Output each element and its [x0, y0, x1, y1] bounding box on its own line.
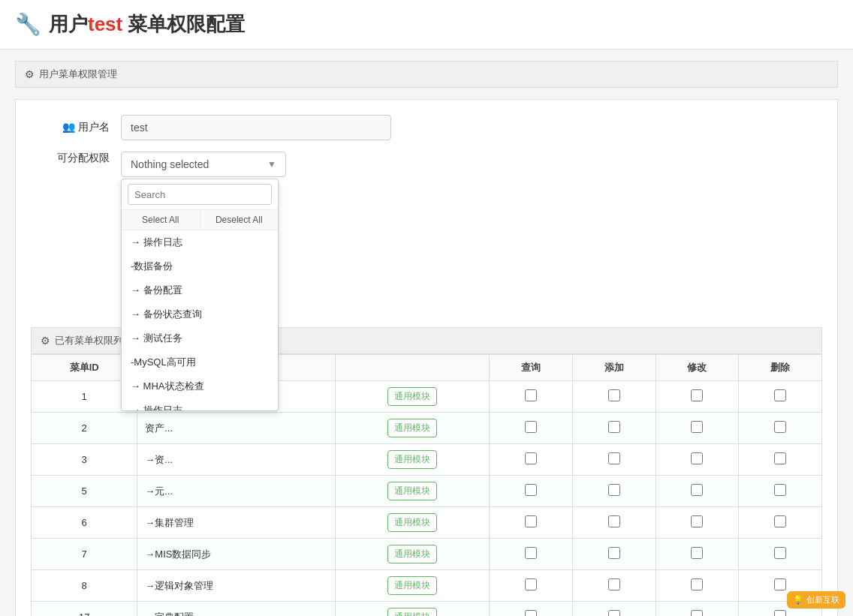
- cell-id: 6: [32, 507, 137, 539]
- cell-add: [572, 476, 656, 507]
- query-checkbox[interactable]: [525, 610, 537, 616]
- dropdown-item[interactable]: → 备份配置: [122, 278, 278, 302]
- module-button[interactable]: 通用模块: [387, 576, 437, 595]
- edit-checkbox[interactable]: [691, 610, 703, 616]
- dropdown-search-input[interactable]: [128, 184, 272, 205]
- del-checkbox[interactable]: [774, 610, 786, 616]
- cell-name: →字典配置: [137, 602, 336, 617]
- add-checkbox[interactable]: [608, 389, 620, 401]
- logo-icon: 💡: [793, 595, 803, 605]
- gear-icon: ⚙: [25, 68, 35, 80]
- dropdown-search-area: [122, 179, 278, 210]
- cell-id: 5: [32, 476, 137, 507]
- del-checkbox[interactable]: [774, 452, 786, 464]
- del-checkbox[interactable]: [774, 484, 786, 496]
- cell-add: [572, 570, 656, 602]
- table-row: 8 →逻辑对象管理 通用模块: [32, 570, 822, 602]
- username-input[interactable]: [121, 115, 391, 140]
- cell-query: [490, 476, 573, 507]
- table-gear-icon: ⚙: [41, 335, 50, 347]
- select-all-button[interactable]: Select All: [122, 210, 200, 230]
- col-del: 删除: [739, 355, 822, 381]
- dropdown-items-list: → 操作日志 -数据备份 → 备份配置 → 备份状态查询 → 测试任务 -MyS…: [122, 230, 278, 410]
- table-row: 2 资产... 通用模块: [32, 413, 822, 444]
- module-button[interactable]: 通用模块: [387, 513, 437, 532]
- cell-module: 通用模块: [336, 507, 490, 539]
- section-label: 用户菜单权限管理: [39, 68, 117, 81]
- cell-edit: [656, 507, 739, 539]
- col-edit: 修改: [656, 355, 739, 381]
- module-button[interactable]: 通用模块: [387, 608, 437, 616]
- permission-label: 可分配权限: [31, 152, 121, 165]
- cell-name: →逻辑对象管理: [137, 570, 336, 602]
- dropdown-item[interactable]: -MySQL高可用: [122, 350, 278, 374]
- cell-edit: [656, 476, 739, 507]
- module-button[interactable]: 通用模块: [387, 545, 437, 563]
- cell-add: [572, 444, 656, 476]
- add-checkbox[interactable]: [608, 421, 620, 433]
- edit-checkbox[interactable]: [691, 547, 703, 559]
- edit-checkbox[interactable]: [691, 515, 703, 527]
- query-checkbox[interactable]: [525, 389, 537, 401]
- query-checkbox[interactable]: [525, 421, 537, 433]
- table-row: 5 →元... 通用模块: [32, 476, 822, 507]
- del-checkbox[interactable]: [774, 389, 786, 401]
- add-checkbox[interactable]: [608, 547, 620, 559]
- cell-module: 通用模块: [336, 539, 490, 570]
- cell-query: [490, 539, 573, 570]
- module-button[interactable]: 通用模块: [387, 482, 437, 500]
- page-title: 用户test 菜单权限配置: [49, 11, 245, 38]
- query-checkbox[interactable]: [525, 515, 537, 527]
- cell-add: [572, 539, 656, 570]
- col-query: 查询: [490, 355, 573, 381]
- del-checkbox[interactable]: [774, 578, 786, 590]
- cell-module: 通用模块: [336, 476, 490, 507]
- add-checkbox[interactable]: [608, 610, 620, 616]
- query-checkbox[interactable]: [525, 452, 537, 464]
- cell-edit: [656, 539, 739, 570]
- del-checkbox[interactable]: [774, 421, 786, 433]
- cell-id: 3: [32, 444, 137, 476]
- module-button[interactable]: 通用模块: [387, 450, 437, 469]
- cell-name: →MIS数据同步: [137, 539, 336, 570]
- cell-name: →资...: [137, 444, 336, 476]
- edit-checkbox[interactable]: [691, 421, 703, 433]
- edit-checkbox[interactable]: [691, 578, 703, 590]
- add-checkbox[interactable]: [608, 515, 620, 527]
- dropdown-item[interactable]: → 测试任务: [122, 326, 278, 350]
- cell-id: 8: [32, 570, 137, 602]
- username-row: 👥 用户名: [31, 115, 822, 140]
- main-content: ⚙ 用户菜单权限管理 👥 用户名 可分配权限 Nothing selected …: [0, 50, 853, 616]
- del-checkbox[interactable]: [774, 515, 786, 527]
- permission-dropdown[interactable]: Nothing selected ▼: [121, 152, 286, 177]
- permission-row: 可分配权限 Nothing selected ▼ Select All Dese…: [31, 152, 822, 177]
- module-button[interactable]: 通用模块: [387, 419, 437, 437]
- edit-checkbox[interactable]: [691, 452, 703, 464]
- edit-checkbox[interactable]: [691, 484, 703, 496]
- cell-edit: [656, 381, 739, 413]
- cell-edit: [656, 570, 739, 602]
- add-checkbox[interactable]: [608, 578, 620, 590]
- dropdown-item[interactable]: → 操作日志: [122, 230, 278, 254]
- query-checkbox[interactable]: [525, 484, 537, 496]
- edit-checkbox[interactable]: [691, 389, 703, 401]
- dropdown-container: Nothing selected ▼ Select All Deselect A…: [121, 152, 286, 177]
- module-button[interactable]: 通用模块: [387, 387, 437, 406]
- add-checkbox[interactable]: [608, 484, 620, 496]
- section-header: ⚙ 用户菜单权限管理: [15, 61, 838, 88]
- dropdown-item[interactable]: → MHA状态检查: [122, 374, 278, 398]
- query-checkbox[interactable]: [525, 578, 537, 590]
- add-checkbox[interactable]: [608, 452, 620, 464]
- cell-edit: [656, 413, 739, 444]
- cell-add: [572, 507, 656, 539]
- table-row: 6 →集群管理 通用模块: [32, 507, 822, 539]
- query-checkbox[interactable]: [525, 547, 537, 559]
- del-checkbox[interactable]: [774, 547, 786, 559]
- dropdown-item[interactable]: → 操作日志: [122, 398, 278, 410]
- cell-id: 7: [32, 539, 137, 570]
- dropdown-item[interactable]: -数据备份: [122, 254, 278, 278]
- logo-badge: 💡 创新互联: [787, 591, 845, 608]
- dropdown-item[interactable]: → 备份状态查询: [122, 302, 278, 326]
- deselect-all-button[interactable]: Deselect All: [200, 210, 279, 230]
- cell-query: [490, 381, 573, 413]
